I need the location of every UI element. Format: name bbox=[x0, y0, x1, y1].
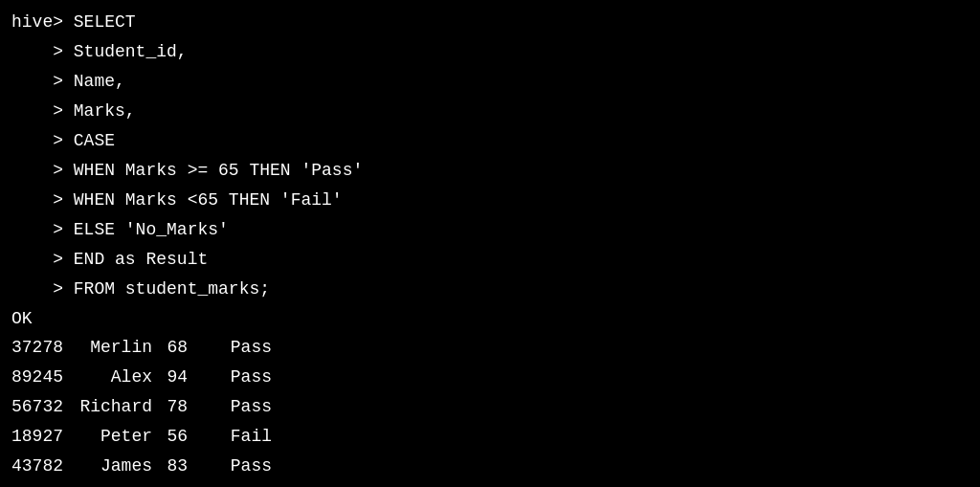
result-name-2: Alex bbox=[64, 363, 160, 392]
footer-line: Time taken: 0.068 seconds, Fetched: 5 ro… bbox=[11, 481, 969, 487]
result-id-2: 89245 bbox=[11, 363, 64, 392]
sql-line-7: > WHEN Marks <65 THEN 'Fail' bbox=[11, 186, 969, 215]
code-3: Name, bbox=[74, 67, 125, 97]
code-8: ELSE 'No_Marks' bbox=[74, 215, 229, 245]
result-result-4: Fail bbox=[203, 422, 279, 452]
code-4: Marks, bbox=[74, 97, 136, 126]
result-row-4: 18927Peter56Fail bbox=[11, 422, 969, 452]
footer-text: Time taken: 0.068 seconds, Fetched: 5 ro… bbox=[11, 481, 466, 487]
prompt-8: > bbox=[11, 215, 74, 245]
prompt-3: > bbox=[11, 67, 74, 97]
result-id-4: 18927 bbox=[11, 422, 64, 452]
code-2: Student_id, bbox=[74, 37, 188, 67]
prompt-5: > bbox=[11, 126, 74, 156]
sql-line-1: hive> SELECT bbox=[11, 8, 969, 37]
prompt-4: > bbox=[11, 97, 74, 126]
result-name-1: Merlin bbox=[64, 333, 160, 363]
result-marks-4: 56 bbox=[160, 422, 203, 452]
prompt-2: > bbox=[11, 37, 74, 67]
prompt-9: > bbox=[11, 245, 74, 275]
result-marks-1: 68 bbox=[160, 333, 203, 363]
ok-text: OK bbox=[11, 304, 33, 334]
result-result-1: Pass bbox=[203, 333, 279, 363]
result-row-1: 37278Merlin68Pass bbox=[11, 333, 969, 363]
terminal-window: hive> SELECT > Student_id, > Name, > Mar… bbox=[0, 0, 980, 487]
code-7: WHEN Marks <65 THEN 'Fail' bbox=[74, 186, 343, 215]
code-6: WHEN Marks >= 65 THEN 'Pass' bbox=[74, 156, 363, 186]
result-marks-2: 94 bbox=[160, 363, 203, 392]
sql-line-4: > Marks, bbox=[11, 97, 969, 126]
sql-line-9: > END as Result bbox=[11, 245, 969, 275]
code-5: CASE bbox=[74, 126, 115, 156]
result-name-5: James bbox=[64, 452, 160, 481]
prompt-1: hive> bbox=[11, 8, 74, 37]
prompt-7: > bbox=[11, 186, 74, 215]
code-9: END as Result bbox=[74, 245, 208, 275]
result-name-4: Peter bbox=[64, 422, 160, 452]
prompt-10: > bbox=[11, 275, 74, 304]
prompt-6: > bbox=[11, 156, 74, 186]
result-id-1: 37278 bbox=[11, 333, 64, 363]
result-name-3: Richard bbox=[64, 392, 160, 422]
result-row-2: 89245Alex94Pass bbox=[11, 363, 969, 392]
result-id-3: 56732 bbox=[11, 392, 64, 422]
result-result-5: Pass bbox=[203, 452, 279, 481]
result-marks-3: 78 bbox=[160, 392, 203, 422]
result-id-5: 43782 bbox=[11, 452, 64, 481]
result-result-2: Pass bbox=[203, 363, 279, 392]
sql-line-6: > WHEN Marks >= 65 THEN 'Pass' bbox=[11, 156, 969, 186]
code-10: FROM student_marks; bbox=[74, 275, 270, 304]
sql-line-3: > Name, bbox=[11, 67, 969, 97]
result-result-3: Pass bbox=[203, 392, 279, 422]
sql-line-5: > CASE bbox=[11, 126, 969, 156]
sql-line-8: > ELSE 'No_Marks' bbox=[11, 215, 969, 245]
status-ok: OK bbox=[11, 304, 969, 334]
result-row-5: 43782James83Pass bbox=[11, 452, 969, 481]
code-1: SELECT bbox=[74, 8, 136, 37]
sql-line-10: > FROM student_marks; bbox=[11, 275, 969, 304]
result-marks-5: 83 bbox=[160, 452, 203, 481]
result-row-3: 56732Richard78Pass bbox=[11, 392, 969, 422]
sql-line-2: > Student_id, bbox=[11, 37, 969, 67]
